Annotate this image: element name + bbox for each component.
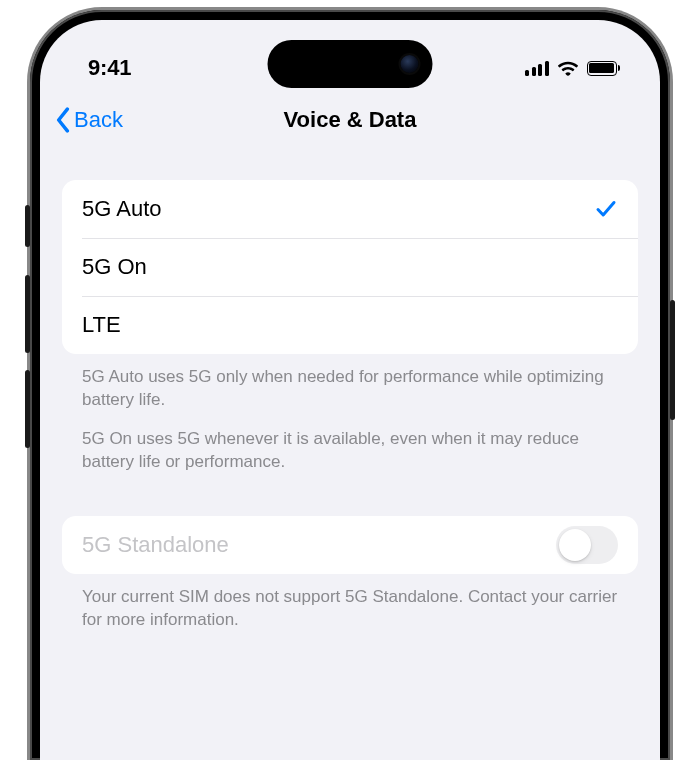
- page-title: Voice & Data: [284, 107, 417, 133]
- side-button: [25, 205, 30, 247]
- dynamic-island: [268, 40, 433, 88]
- back-button[interactable]: Back: [54, 107, 123, 133]
- options-footer-1: 5G Auto uses 5G only when needed for per…: [62, 354, 638, 412]
- wifi-icon: [557, 59, 579, 77]
- navigation-bar: Back Voice & Data: [40, 94, 660, 146]
- toggle-knob: [559, 529, 591, 561]
- standalone-row: 5G Standalone: [62, 516, 638, 574]
- content: 5G Auto 5G On LTE 5G Auto uses 5G only w…: [40, 146, 660, 632]
- option-label: LTE: [82, 312, 121, 338]
- option-5g-on[interactable]: 5G On: [62, 238, 638, 296]
- option-lte[interactable]: LTE: [62, 296, 638, 354]
- status-time: 9:41: [88, 55, 131, 81]
- front-camera-icon: [401, 55, 419, 73]
- option-label: 5G On: [82, 254, 147, 280]
- standalone-label: 5G Standalone: [82, 532, 229, 558]
- back-label: Back: [74, 107, 123, 133]
- side-button: [25, 275, 30, 353]
- standalone-toggle: [556, 526, 618, 564]
- screen: 9:41: [40, 20, 660, 760]
- standalone-group: 5G Standalone: [62, 516, 638, 574]
- standalone-footer: Your current SIM does not support 5G Sta…: [62, 574, 638, 632]
- options-group: 5G Auto 5G On LTE: [62, 180, 638, 354]
- options-footer-2: 5G On uses 5G whenever it is available, …: [62, 412, 638, 474]
- checkmark-icon: [594, 197, 618, 221]
- side-button: [25, 370, 30, 448]
- device-frame: 9:41: [0, 0, 700, 760]
- option-5g-auto[interactable]: 5G Auto: [62, 180, 638, 238]
- battery-icon: [587, 61, 621, 76]
- cellular-signal-icon: [525, 60, 549, 76]
- chevron-left-icon: [54, 107, 72, 133]
- phone-frame: 9:41: [30, 10, 670, 760]
- option-label: 5G Auto: [82, 196, 162, 222]
- status-icons: [525, 59, 620, 77]
- side-button: [670, 300, 675, 420]
